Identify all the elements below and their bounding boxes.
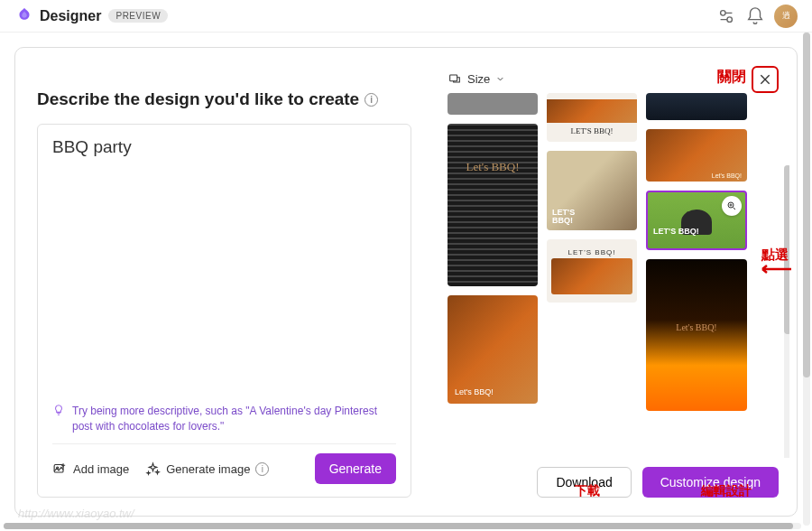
design-card[interactable]: LET'SBBQ! <box>547 151 637 230</box>
close-button[interactable] <box>752 66 779 93</box>
designer-panel: Describe the design you'd like to create… <box>14 47 798 517</box>
generate-image-button[interactable]: Generate image i <box>145 461 269 477</box>
svg-point-0 <box>721 10 726 14</box>
generate-button[interactable]: Generate <box>315 453 396 484</box>
app-brand: Designer <box>40 8 101 24</box>
hint-row: Try being more descriptive, such as "A V… <box>52 398 396 444</box>
page-scrollbar-vertical[interactable] <box>803 33 810 526</box>
lightbulb-icon <box>52 404 65 419</box>
design-card[interactable]: Let's BBQ! <box>646 259 747 411</box>
annotation-download: 下載 <box>575 483 600 499</box>
watermark: http://www.xiaoyao.tw/ <box>18 507 134 520</box>
chevron-down-icon <box>495 74 505 84</box>
results-column: 關閉 Size Let's BBQ! Let's BBQ! <box>411 66 789 498</box>
settings-icon[interactable] <box>716 6 736 26</box>
annotation-close-label: 關閉 <box>717 68 746 87</box>
design-card[interactable]: Let's BBQ! <box>448 295 538 404</box>
prompt-heading: Describe the design you'd like to create… <box>37 89 411 109</box>
design-card-selected[interactable]: LET'S BBQ! <box>646 191 747 250</box>
svg-rect-4 <box>450 75 457 81</box>
arrow-left-icon <box>757 264 793 275</box>
design-card[interactable]: LET'S BBQ! <box>547 239 637 303</box>
main-area: Describe the design you'd like to create… <box>0 33 812 531</box>
design-card[interactable]: LET'S BBQ! <box>547 93 637 142</box>
top-bar: Designer PREVIEW 逍 <box>0 0 812 33</box>
preview-badge: PREVIEW <box>108 9 168 23</box>
design-card[interactable]: Let's BBQ! <box>448 124 538 286</box>
design-card[interactable]: Let's BBQ! <box>646 129 747 182</box>
size-label: Size <box>467 72 490 86</box>
resize-icon <box>448 71 462 86</box>
sparkle-icon <box>145 461 161 477</box>
annotation-click: 點選 <box>757 247 793 275</box>
design-card[interactable] <box>646 93 747 120</box>
image-icon <box>52 461 68 477</box>
hint-text: Try being more descriptive, such as "A V… <box>72 404 396 434</box>
prompt-column: Describe the design you'd like to create… <box>37 66 411 498</box>
page-scrollbar-horizontal[interactable] <box>4 523 801 529</box>
info-icon[interactable]: i <box>364 93 378 107</box>
info-icon[interactable]: i <box>255 462 269 476</box>
svg-point-1 <box>727 16 733 21</box>
prompt-heading-text: Describe the design you'd like to create <box>37 89 359 109</box>
prompt-input[interactable] <box>52 137 396 398</box>
prompt-box: Try being more descriptive, such as "A V… <box>37 124 411 498</box>
add-image-label: Add image <box>73 462 129 476</box>
gallery-scrollbar[interactable] <box>784 165 789 458</box>
design-gallery: Let's BBQ! Let's BBQ! LET'S BBQ! LET'SBB… <box>448 93 789 458</box>
annotation-edit: 編輯設計 <box>701 483 752 499</box>
user-avatar[interactable]: 逍 <box>774 5 798 28</box>
zoom-icon[interactable] <box>722 196 742 216</box>
design-card[interactable] <box>448 93 538 115</box>
action-row: Add image Generate image i Generate <box>52 453 396 484</box>
generate-image-label: Generate image <box>166 462 250 476</box>
add-image-button[interactable]: Add image <box>52 461 129 477</box>
notification-icon[interactable] <box>745 6 765 26</box>
app-logo-icon <box>14 6 34 26</box>
